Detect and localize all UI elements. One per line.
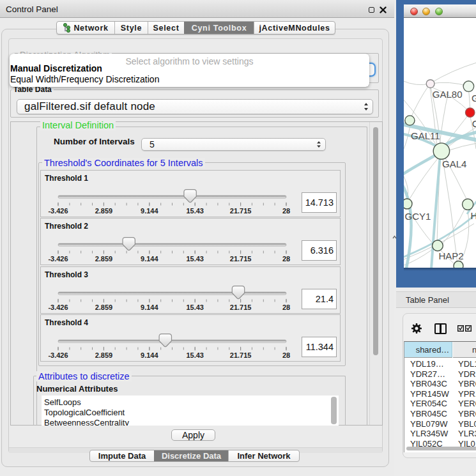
svg-text:GA: GA xyxy=(472,93,476,104)
svg-text:GAL11: GAL11 xyxy=(411,130,440,141)
svg-text:H: H xyxy=(471,210,476,221)
svg-text:GAL80: GAL80 xyxy=(433,89,463,100)
svg-text:HAP2: HAP2 xyxy=(439,250,464,261)
svg-text:GCY1: GCY1 xyxy=(405,211,431,222)
svg-text:C: C xyxy=(472,118,476,129)
svg-text:GAL4: GAL4 xyxy=(442,158,466,169)
